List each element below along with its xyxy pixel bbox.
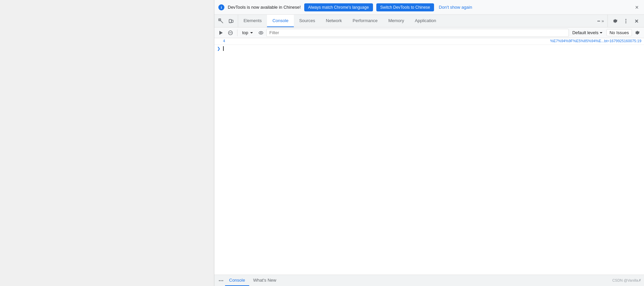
drawer-watermark: CSDN @Vanilla✗ <box>612 278 641 283</box>
settings-button[interactable] <box>610 16 620 26</box>
tab-console[interactable]: Console <box>267 15 294 27</box>
clear-console-button[interactable] <box>226 29 234 37</box>
always-match-button[interactable]: Always match Chrome's language <box>304 3 373 11</box>
log-line-number: 4 <box>214 39 228 43</box>
tab-application[interactable]: Application <box>410 15 442 27</box>
inspect-element-button[interactable] <box>216 16 226 26</box>
filter-input[interactable] <box>266 29 569 37</box>
svg-point-7 <box>626 22 627 23</box>
no-issues-button[interactable]: No Issues <box>606 29 632 36</box>
devtools-panel: i DevTools is now available in Chinese! … <box>214 0 644 286</box>
svg-point-11 <box>260 32 262 33</box>
prompt-input-area[interactable] <box>223 46 641 51</box>
tab-icons-left <box>214 15 238 27</box>
prompt-cursor <box>223 46 224 51</box>
drawer-menu-button[interactable] <box>217 277 225 285</box>
drawer-tab-console[interactable]: Console <box>225 275 249 286</box>
info-icon: i <box>218 4 224 10</box>
notification-close-button[interactable]: × <box>634 4 640 10</box>
context-selector[interactable]: top <box>240 29 256 36</box>
toolbar-divider-1 <box>237 29 237 36</box>
tab-elements[interactable]: Elements <box>238 15 267 27</box>
tab-memory[interactable]: Memory <box>383 15 410 27</box>
drawer-tabs: Console What's New <box>225 275 280 286</box>
prompt-chevron-icon: ❯ <box>217 46 220 51</box>
webpage-area <box>0 0 214 286</box>
tab-sources[interactable]: Sources <box>294 15 321 27</box>
bottom-drawer: Console What's New CSDN @Vanilla✗ <box>214 275 644 286</box>
console-log-entry: 4 %E7%94%9F%E5%85%94%E...bt=167992516007… <box>214 38 644 45</box>
console-toolbar: top Default levels No Issues <box>214 27 644 38</box>
switch-chinese-button[interactable]: Switch DevTools to Chinese <box>376 3 434 11</box>
svg-point-12 <box>219 280 220 281</box>
log-line-source[interactable]: %E7%94%9F%E5%85%94%E...bt=1679925160075:… <box>550 39 644 43</box>
close-devtools-button[interactable] <box>632 16 641 26</box>
more-tabs-button[interactable]: » <box>595 16 605 26</box>
console-settings-button[interactable] <box>633 29 641 37</box>
svg-rect-3 <box>231 20 233 22</box>
svg-point-6 <box>626 20 627 21</box>
svg-point-14 <box>222 280 223 281</box>
default-levels-button[interactable]: Default levels <box>570 29 605 36</box>
tabs-bar: Elements Console Sources Network Perform… <box>214 15 644 27</box>
svg-point-5 <box>626 19 627 20</box>
svg-point-13 <box>221 280 222 281</box>
drawer-tab-whats-new[interactable]: What's New <box>249 275 280 286</box>
tab-performance[interactable]: Performance <box>347 15 383 27</box>
more-options-button[interactable] <box>621 16 631 26</box>
tabs-more: » <box>593 15 607 27</box>
run-script-button[interactable] <box>217 29 225 37</box>
device-toolbar-button[interactable] <box>226 16 236 26</box>
notification-message: DevTools is now available in Chinese! <box>228 5 301 10</box>
tabs-list: Elements Console Sources Network Perform… <box>238 15 593 27</box>
dont-show-button[interactable]: Don't show again <box>437 5 473 10</box>
tabs-right-icons <box>607 15 644 27</box>
live-expressions-button[interactable] <box>257 29 265 37</box>
console-content[interactable]: 4 %E7%94%9F%E5%85%94%E...bt=167992516007… <box>214 38 644 275</box>
notification-bar: i DevTools is now available in Chinese! … <box>214 0 644 15</box>
tab-network[interactable]: Network <box>321 15 347 27</box>
console-prompt-line: ❯ <box>214 45 644 52</box>
svg-point-1 <box>219 19 220 20</box>
